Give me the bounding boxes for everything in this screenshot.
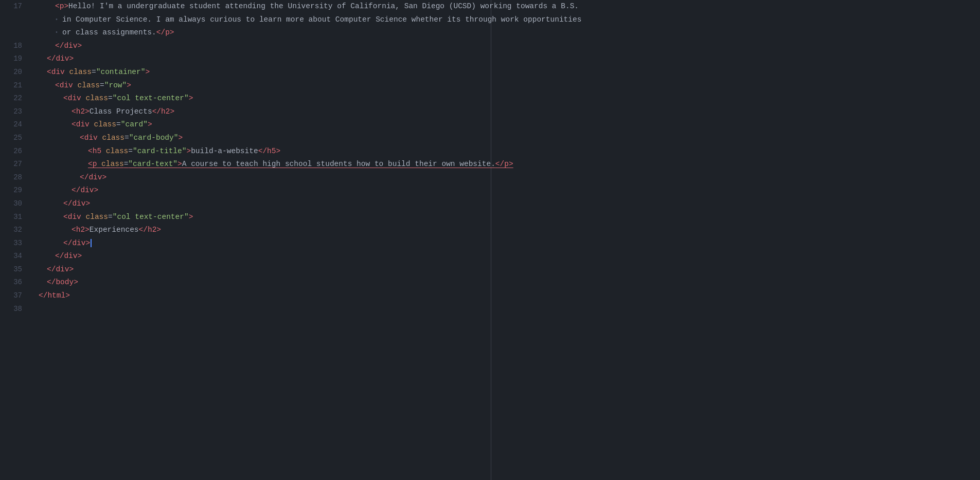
code-line: </div> (39, 197, 980, 211)
code-line: </div> (39, 237, 980, 250)
token-tag: > (178, 132, 183, 145)
token-attr-value: "container" (96, 66, 146, 79)
text-cursor (91, 239, 92, 247)
line-number: 34 (0, 250, 22, 263)
code-line: <h2>Experiences</h2> (39, 224, 980, 237)
code-line: •or class assignments.</p> (39, 26, 980, 40)
token-tag: </h5> (258, 145, 281, 158)
token-attr-value: "col text-center" (113, 211, 189, 224)
token-text-content: more about Computer Science whether its … (281, 13, 581, 27)
token-text-content: build-a-website (191, 145, 258, 158)
token-attr-name: class (102, 132, 125, 145)
token-tag: </div> (47, 52, 74, 66)
line-number: 32 (0, 224, 22, 237)
token-tag: <h2> (72, 224, 90, 237)
error-underline: <p class="card-text">A course to teach h… (88, 158, 513, 171)
code-line: <p class="card-text">A course to teach h… (39, 158, 980, 171)
line-number: 25 (0, 132, 22, 145)
editor-container: 1718192021222324252627282930313233343536… (0, 0, 980, 480)
token-text-content: = (100, 79, 104, 93)
token-tag: <div (47, 66, 69, 79)
token-tag: <div (80, 132, 102, 145)
line-number: 29 (0, 184, 22, 197)
token-tag: > (127, 79, 131, 93)
line-number: 33 (0, 237, 22, 250)
token-text-content: = (128, 145, 133, 158)
token-text-content: = (108, 92, 113, 105)
token-tag: <div (72, 118, 94, 132)
code-line: </div> (39, 40, 980, 53)
code-line: <h5 class="card-title">build-a-website</… (39, 145, 980, 158)
token-text-content: = (92, 66, 96, 79)
token-attr-value: "card-body" (129, 132, 179, 145)
token-attr-value: "col text-center" (113, 92, 189, 105)
token-tag: > (189, 92, 193, 105)
code-line: <div class="col text-center"> (39, 211, 980, 224)
line-number: 35 (0, 263, 22, 276)
token-tag: <p> (55, 0, 68, 13)
line-number (0, 13, 22, 27)
code-line: <p>Hello! I'm a undergraduate student at… (39, 0, 980, 13)
token-text-content: Hello! I'm a undergraduate student atten… (68, 0, 579, 13)
token-tag: </p> (156, 26, 174, 40)
token-tag: </div> (72, 184, 98, 197)
code-line: <h2>Class Projects</h2> (39, 105, 980, 119)
line-number: 20 (0, 66, 22, 79)
code-line: </div> (39, 52, 980, 66)
token-attr-value: "card-title" (133, 145, 186, 158)
token-tag: > (186, 145, 191, 158)
line-number: 17 (0, 0, 22, 13)
token-tag: </div> (80, 171, 106, 184)
token-text-content: or class assignments. (62, 26, 156, 40)
token-attr-name: class (69, 66, 92, 79)
line-number: 31 (0, 211, 22, 224)
token-tag: </div> (55, 40, 82, 53)
token-text-content: Experiences (90, 224, 139, 237)
token-attr-name: class (94, 118, 117, 132)
line-number: 18 (0, 40, 22, 53)
token-tag: > (189, 211, 193, 224)
token-tag: </h2> (152, 105, 175, 119)
token-attr-name: class (78, 79, 100, 93)
line-number (0, 26, 22, 40)
token-attr-name: class (86, 92, 109, 105)
line-numbers-gutter: 1718192021222324252627282930313233343536… (0, 0, 28, 480)
code-line: <div class="card"> (39, 118, 980, 132)
code-line: <div class="row"> (39, 79, 980, 93)
code-line: <div class="col text-center"> (39, 92, 980, 105)
token-tag: <div (63, 211, 86, 224)
token-text-content: in Computer Science. I am always curious… (62, 13, 259, 27)
token-tag: </div> (63, 237, 90, 250)
token-attr-value: "row" (104, 79, 127, 93)
token-tag: > (145, 66, 150, 79)
line-number: 28 (0, 171, 22, 184)
line-number: 26 (0, 145, 22, 158)
token-tag: </html> (39, 289, 70, 303)
token-tag: <div (63, 92, 86, 105)
token-tag: </div> (55, 250, 82, 263)
token-text-content: = (108, 211, 113, 224)
code-line: </div> (39, 171, 980, 184)
token-tag: </div> (63, 197, 90, 211)
line-number: 27 (0, 158, 22, 171)
token-attr-name: class (86, 211, 109, 224)
line-number: 22 (0, 92, 22, 105)
code-line: </html> (39, 289, 980, 303)
token-tag: <h2> (72, 105, 90, 119)
line-number: 19 (0, 52, 22, 66)
code-line: </div> (39, 250, 980, 263)
token-text-content: learn (259, 13, 282, 27)
code-line: •in Computer Science. I am always curiou… (39, 13, 980, 27)
line-number: 30 (0, 197, 22, 211)
code-line: </div> (39, 263, 980, 276)
token-tag: <h5 (88, 145, 106, 158)
bullet-point: • (55, 26, 58, 40)
code-line: </body> (39, 276, 980, 289)
line-number: 24 (0, 118, 22, 132)
token-tag: > (148, 118, 152, 132)
token-attr-value: "card" (121, 118, 148, 132)
token-text-content: = (124, 132, 129, 145)
bullet-point: • (55, 13, 58, 27)
token-text-content: Class Projects (90, 105, 152, 119)
code-area[interactable]: <p>Hello! I'm a undergraduate student at… (28, 0, 980, 480)
